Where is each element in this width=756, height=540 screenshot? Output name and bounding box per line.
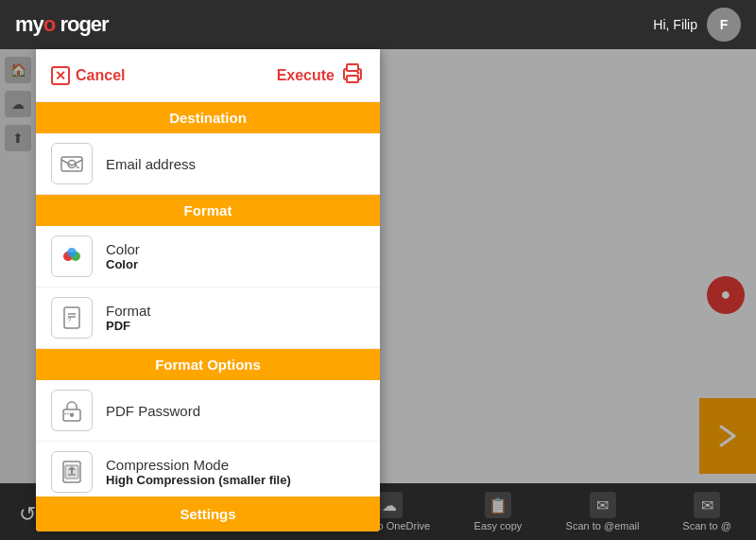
compression-label: Compression Mode <box>106 457 291 473</box>
format-label: Format <box>106 303 151 319</box>
format-text: Format PDF <box>106 303 151 333</box>
format-row[interactable]: ? Format PDF <box>36 287 380 349</box>
svg-rect-2 <box>347 64 358 71</box>
format-section-header: Format <box>36 195 380 226</box>
svg-point-3 <box>357 72 360 75</box>
color-icon <box>51 235 93 277</box>
execute-button[interactable]: Execute <box>277 61 365 90</box>
cancel-button[interactable]: ✕ Cancel <box>51 66 125 85</box>
execute-label: Execute <box>277 67 335 84</box>
email-icon <box>51 143 93 184</box>
logo: myo roger <box>15 12 109 37</box>
format-icon: ? <box>51 297 93 339</box>
topbar-right: Hi, Filip F <box>653 8 741 42</box>
settings-bar[interactable]: Settings <box>36 496 380 531</box>
cancel-label: Cancel <box>76 67 125 84</box>
modal-panel: ✕ Cancel Execute Destination <box>36 49 380 531</box>
svg-rect-4 <box>61 157 82 171</box>
cancel-x-icon: ✕ <box>51 66 70 85</box>
color-row[interactable]: Color Color <box>36 226 380 287</box>
topbar: myo roger Hi, Filip F <box>0 0 756 49</box>
password-icon: **** <box>51 390 93 431</box>
destination-section-header: Destination <box>36 102 380 133</box>
pdf-password-text: PDF Password <box>106 403 200 419</box>
color-text: Color Color <box>106 241 140 271</box>
color-label: Color <box>106 241 140 257</box>
email-address-row[interactable]: Email address <box>36 133 380 195</box>
svg-point-8 <box>67 248 77 257</box>
svg-rect-1 <box>347 76 358 82</box>
pdf-password-label: PDF Password <box>106 403 200 419</box>
compression-value: High Compression (smaller file) <box>106 473 291 487</box>
svg-text:****: **** <box>64 411 75 418</box>
compression-row[interactable]: Compression Mode High Compression (small… <box>36 442 380 503</box>
format-value: PDF <box>106 319 151 333</box>
print-icon-svg <box>340 61 365 85</box>
email-label: Email address <box>106 156 196 172</box>
greeting-text: Hi, Filip <box>653 17 697 32</box>
compression-text: Compression Mode High Compression (small… <box>106 457 291 487</box>
email-address-text: Email address <box>106 156 196 172</box>
modal-header: ✕ Cancel Execute <box>36 49 380 102</box>
compression-icon <box>51 451 93 493</box>
printer-icon <box>340 61 365 90</box>
color-value: Color <box>106 257 140 271</box>
pdf-password-row[interactable]: **** PDF Password <box>36 380 380 442</box>
avatar: F <box>707 8 741 42</box>
main-area: ● ✕ Cancel Execute <box>0 49 756 540</box>
format-options-section-header: Format Options <box>36 349 380 380</box>
settings-label: Settings <box>180 506 235 522</box>
